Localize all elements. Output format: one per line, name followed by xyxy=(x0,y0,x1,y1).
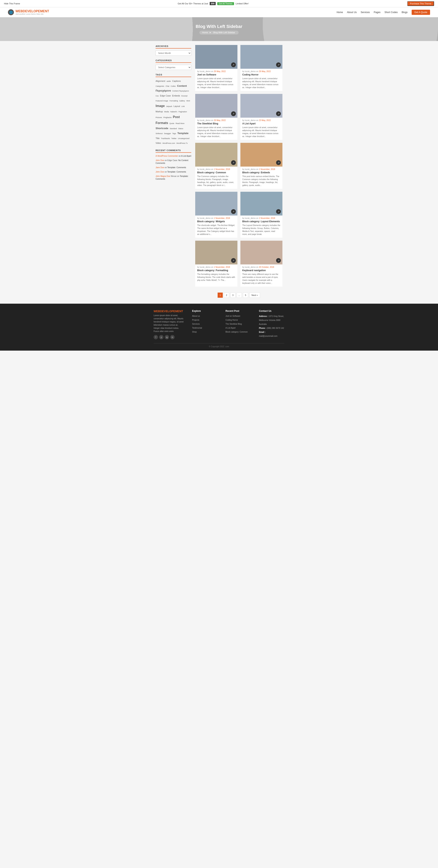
purchase-theme-button[interactable]: Purchase This Theme xyxy=(407,1,434,6)
tag-standard[interactable]: Standard xyxy=(170,128,177,129)
tag-wordpress.tv[interactable]: WordPress.Tv xyxy=(176,142,188,144)
share-button[interactable]: ↗ xyxy=(276,160,281,165)
post-title[interactable]: Block category: Embeds xyxy=(242,171,281,174)
post-title[interactable]: The Steelkiwi Blog xyxy=(197,122,235,125)
nav-pages[interactable]: Pages xyxy=(374,11,381,14)
breadcrumb-home[interactable]: Home xyxy=(202,31,208,34)
footer-explore-link[interactable]: About us xyxy=(192,315,200,317)
nav-services[interactable]: Services xyxy=(361,11,370,14)
share-button[interactable]: ↗ xyxy=(231,209,236,214)
tag-categories[interactable]: Categories xyxy=(155,85,164,87)
tag-pagination[interactable]: Pagination xyxy=(179,111,187,113)
footer-explore-link[interactable]: Testimonial xyxy=(192,327,202,329)
post-title[interactable]: Block category: Formatting xyxy=(197,269,235,272)
share-button[interactable]: ↗ xyxy=(231,258,236,263)
tag-layout[interactable]: Layout xyxy=(174,105,180,107)
share-button[interactable]: ↗ xyxy=(276,258,281,263)
page-button-...[interactable]: ... xyxy=(237,292,242,298)
share-button[interactable]: ↗ xyxy=(231,111,236,116)
tag-περιεχόμενο[interactable]: Περιεχόμενο xyxy=(155,89,171,92)
comment-author[interactable]: John Doe xyxy=(155,159,164,161)
footer-recent-post-link[interactable]: Coding Horror xyxy=(226,319,238,321)
post-title[interactable]: Block category: Layout Elements xyxy=(242,220,281,223)
tag-media[interactable]: Media xyxy=(164,111,169,113)
tag-uncategorized[interactable]: Uncategorized xyxy=(178,137,189,140)
post-title[interactable]: Joel on Software xyxy=(197,73,235,76)
archives-select[interactable]: Select Month xyxy=(155,51,191,56)
comment-post-link[interactable]: Template: Comments xyxy=(167,166,186,168)
social-instagram-icon[interactable]: ig xyxy=(165,335,169,339)
footer-explore-link[interactable]: Shop xyxy=(192,331,197,333)
post-title[interactable]: Block category: Widgets xyxy=(197,220,235,223)
social-facebook-icon[interactable]: f xyxy=(154,335,158,339)
footer-explore-link[interactable]: Projects xyxy=(192,319,199,321)
tag-content-περιεχόμενο[interactable]: Content Περιεχόμενο xyxy=(172,90,189,92)
post-title[interactable]: Keyboard navigation xyxy=(242,269,281,272)
nav-cta-button[interactable]: Get A Quote xyxy=(412,10,430,15)
page-button-2[interactable]: 2 xyxy=(224,292,229,298)
page-button-3[interactable]: 3 xyxy=(230,292,235,298)
comment-author[interactable]: John Doe xyxy=(155,171,164,173)
tag-nabeel's[interactable]: Nabeel's xyxy=(170,111,177,113)
share-button[interactable]: ↗ xyxy=(276,111,281,116)
next-page-button[interactable]: Next » xyxy=(249,292,260,298)
tag-pingbacks[interactable]: Pingbacks xyxy=(163,117,172,119)
tag-read-more[interactable]: Read More xyxy=(176,122,184,124)
share-button[interactable]: ↗ xyxy=(276,209,281,214)
tag-pictures[interactable]: Pictures xyxy=(155,117,162,119)
tag-alignment[interactable]: Alignment xyxy=(155,80,165,82)
tag-image[interactable]: Image xyxy=(155,104,165,107)
tag-link[interactable]: Link xyxy=(181,105,185,107)
tag-template[interactable]: Template xyxy=(177,132,188,135)
tag-status[interactable]: Status xyxy=(178,128,183,129)
nav-home[interactable]: Home xyxy=(337,11,343,14)
tag-wordpress.com[interactable]: WordPress.com xyxy=(163,142,175,144)
share-button[interactable]: ↗ xyxy=(276,62,281,67)
comment-post-link[interactable]: A List Apart xyxy=(181,155,191,157)
footer-recent-post-link[interactable]: Block category: Common xyxy=(226,331,248,333)
post-title[interactable]: Block category: Common xyxy=(197,171,235,174)
footer-recent-post-link[interactable]: A List Apart xyxy=(226,327,236,329)
post-title[interactable]: Coding Horror xyxy=(242,73,281,76)
share-button[interactable]: ↗ xyxy=(231,62,236,67)
footer-recent-post-link[interactable]: Joel on Software xyxy=(226,315,240,317)
tag-aside[interactable]: aside xyxy=(167,80,171,82)
tag-gallery[interactable]: Gallery xyxy=(179,100,185,102)
tag-css[interactable]: Css xyxy=(155,95,159,97)
tag-formatting[interactable]: Formatting xyxy=(170,100,178,102)
tag-swagger[interactable]: Swagger xyxy=(164,132,171,134)
tag-embeds[interactable]: Embeds xyxy=(172,94,180,97)
tag-strikeout[interactable]: Strikeout xyxy=(155,132,163,134)
categories-select[interactable]: Select Categories xyxy=(155,65,191,70)
tag-markup[interactable]: Markup xyxy=(155,110,163,113)
get-all-themes-button[interactable]: Get All Themes xyxy=(217,2,234,5)
tag-excerpt[interactable]: Excerpt xyxy=(181,95,187,97)
comment-author[interactable]: A WordPress Commenter xyxy=(155,155,178,157)
tag-codex[interactable]: Codex xyxy=(171,85,176,87)
social-linkedin-icon[interactable]: in xyxy=(170,335,175,339)
post-title[interactable]: A List Apart xyxy=(242,122,281,125)
share-button[interactable]: ↗ xyxy=(231,160,236,165)
tag-video[interactable]: Video xyxy=(155,142,161,144)
nav-shortcodes[interactable]: Short Codes xyxy=(384,11,398,14)
tag-chat[interactable]: Chat xyxy=(166,85,169,87)
hide-frame-link[interactable]: Hide This Frame xyxy=(4,2,20,5)
comment-post-link[interactable]: Template: Comments xyxy=(167,171,186,173)
social-pinterest-icon[interactable]: p xyxy=(159,335,164,339)
tag-shortcode[interactable]: Shortcode xyxy=(155,127,168,130)
tag-trackbacks[interactable]: Trackbacks xyxy=(161,137,170,140)
comment-author[interactable]: Jane Doe xyxy=(155,166,164,168)
tag-quote[interactable]: Quote xyxy=(170,122,174,124)
comment-author[interactable]: John Magra Doe xyxy=(155,175,170,177)
page-button-1[interactable]: 1 xyxy=(217,292,223,298)
tag-featured-image[interactable]: Featured Image xyxy=(155,100,168,102)
nav-blogs[interactable]: Blogs xyxy=(402,11,408,14)
footer-explore-link[interactable]: Services xyxy=(192,323,200,325)
nav-about[interactable]: About Us xyxy=(347,11,356,14)
tag-title[interactable]: Title xyxy=(155,137,159,140)
tag-jetpack[interactable]: Jetpack xyxy=(166,105,172,107)
tag-content[interactable]: Content xyxy=(177,84,187,87)
tag-html[interactable]: Html xyxy=(186,100,190,102)
footer-recent-post-link[interactable]: The Steelkiwi Blog xyxy=(226,323,242,325)
tag-tags[interactable]: Tags xyxy=(172,132,176,134)
